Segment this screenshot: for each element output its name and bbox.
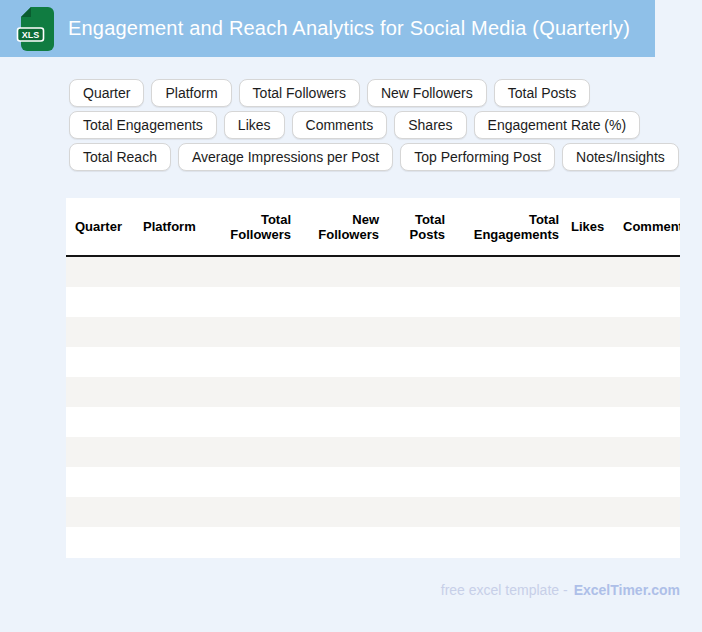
footer: free excel template -ExcelTimer.com	[0, 582, 680, 598]
page-title: Engagement and Reach Analytics for Socia…	[68, 17, 630, 40]
table-row	[66, 287, 680, 317]
field-chip[interactable]: New Followers	[367, 79, 487, 107]
field-chip[interactable]: Platform	[151, 79, 231, 107]
table-row	[66, 527, 680, 557]
chip-row: QuarterPlatformTotal FollowersNew Follow…	[69, 79, 679, 107]
xls-file-icon: XLS	[16, 6, 56, 52]
field-chip[interactable]: Comments	[292, 111, 388, 139]
footer-brand-link[interactable]: ExcelTimer.com	[574, 582, 680, 598]
table-row	[66, 317, 680, 347]
table-body	[66, 257, 680, 557]
table-header-row: QuarterPlatformTotal FollowersNew Follow…	[66, 198, 680, 257]
field-chips: QuarterPlatformTotal FollowersNew Follow…	[69, 79, 679, 171]
field-chip[interactable]: Total Reach	[69, 143, 171, 171]
footer-label: free excel template -	[441, 582, 568, 598]
table-row	[66, 377, 680, 407]
table-row	[66, 467, 680, 497]
field-chip[interactable]: Likes	[224, 111, 285, 139]
chip-row: Total EngagementsLikesCommentsSharesEnga…	[69, 111, 679, 139]
field-chip[interactable]: Total Engagements	[69, 111, 217, 139]
table-header-cell: Total Posts	[383, 212, 445, 242]
field-chip[interactable]: Quarter	[69, 79, 144, 107]
table-header-cell: Total Followers	[209, 212, 291, 242]
chip-row: Total ReachAverage Impressions per PostT…	[69, 143, 679, 171]
field-chip[interactable]: Engagement Rate (%)	[474, 111, 641, 139]
field-chip[interactable]: Notes/Insights	[562, 143, 679, 171]
field-chip[interactable]: Total Followers	[239, 79, 360, 107]
table-header-cell: Likes	[571, 219, 611, 234]
table-row	[66, 347, 680, 377]
title-bar: XLS Engagement and Reach Analytics for S…	[0, 0, 655, 57]
table-header-cell: Platform	[143, 219, 205, 234]
table-header-cell: Comments	[623, 219, 680, 234]
table-row	[66, 437, 680, 467]
table-row	[66, 257, 680, 287]
table-header-cell: Quarter	[75, 219, 135, 234]
xls-icon-label: XLS	[22, 30, 40, 40]
field-chip[interactable]: Shares	[394, 111, 466, 139]
field-chip[interactable]: Top Performing Post	[400, 143, 555, 171]
table-header-cell: New Followers	[295, 212, 379, 242]
table-header-cell: Total Engagements	[449, 212, 559, 242]
table-row	[66, 497, 680, 527]
field-chip[interactable]: Average Impressions per Post	[178, 143, 393, 171]
spreadsheet-preview: QuarterPlatformTotal FollowersNew Follow…	[66, 198, 680, 558]
table-row	[66, 407, 680, 437]
field-chip[interactable]: Total Posts	[494, 79, 590, 107]
